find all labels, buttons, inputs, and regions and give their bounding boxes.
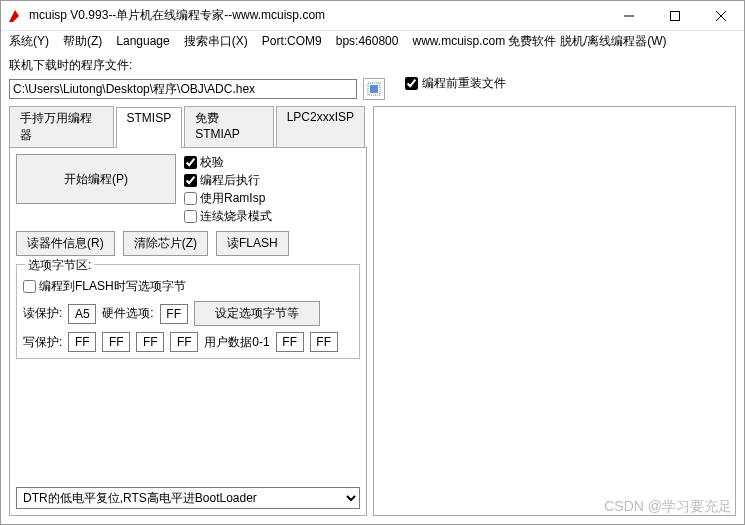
svg-rect-1 bbox=[671, 11, 680, 20]
verify-row[interactable]: 校验 bbox=[184, 154, 272, 171]
titlebar: mcuisp V0.993--单片机在线编程专家--www.mcuisp.com bbox=[1, 1, 744, 31]
app-window: mcuisp V0.993--单片机在线编程专家--www.mcuisp.com… bbox=[0, 0, 745, 525]
ramisp-checkbox[interactable] bbox=[184, 192, 197, 205]
tab-handheld[interactable]: 手持万用编程器 bbox=[9, 106, 114, 147]
ramisp-row[interactable]: 使用RamIsp bbox=[184, 190, 272, 207]
maximize-button[interactable] bbox=[652, 1, 698, 31]
file-section: 联机下载时的程序文件: 编程前重装文件 bbox=[1, 53, 744, 102]
wp3-input[interactable] bbox=[170, 332, 198, 352]
menu-site[interactable]: www.mcuisp.com 免费软件 脱机/离线编程器(W) bbox=[412, 33, 666, 50]
user-data-label: 用户数据0-1 bbox=[204, 334, 269, 351]
browse-button[interactable] bbox=[363, 78, 385, 100]
write-opt-row[interactable]: 编程到FLASH时写选项字节 bbox=[23, 278, 353, 295]
write-protect-label: 写保护: bbox=[23, 334, 62, 351]
menu-search-port[interactable]: 搜索串口(X) bbox=[184, 33, 248, 50]
menu-bps[interactable]: bps:460800 bbox=[336, 34, 399, 48]
minimize-button[interactable] bbox=[606, 1, 652, 31]
program-button[interactable]: 开始编程(P) bbox=[16, 154, 176, 204]
write-opt-checkbox[interactable] bbox=[23, 280, 36, 293]
close-button[interactable] bbox=[698, 1, 744, 31]
left-panel: 手持万用编程器 STMISP 免费STMIAP LPC2xxxISP 开始编程(… bbox=[9, 106, 367, 516]
wp2-input[interactable] bbox=[136, 332, 164, 352]
reset-mode-combo[interactable]: DTR的低电平复位,RTS高电平进BootLoader bbox=[16, 487, 360, 509]
run-after-row[interactable]: 编程后执行 bbox=[184, 172, 272, 189]
ud1-input[interactable] bbox=[310, 332, 338, 352]
continuous-checkbox[interactable] bbox=[184, 210, 197, 223]
tab-content: 开始编程(P) 校验 编程后执行 使用RamIsp 连续烧录模式 读器件信息(R… bbox=[9, 148, 367, 516]
reload-checkbox[interactable] bbox=[405, 77, 418, 90]
body-area: 手持万用编程器 STMISP 免费STMIAP LPC2xxxISP 开始编程(… bbox=[1, 102, 744, 524]
tab-stmisp[interactable]: STMISP bbox=[116, 107, 183, 148]
menu-system[interactable]: 系统(Y) bbox=[9, 33, 49, 50]
menu-port[interactable]: Port:COM9 bbox=[262, 34, 322, 48]
set-option-button[interactable]: 设定选项字节等 bbox=[194, 301, 320, 326]
hw-opt-input[interactable] bbox=[160, 304, 188, 324]
read-flash-button[interactable]: 读FLASH bbox=[216, 231, 289, 256]
continuous-row[interactable]: 连续烧录模式 bbox=[184, 208, 272, 225]
hw-opt-label: 硬件选项: bbox=[102, 305, 153, 322]
wp0-input[interactable] bbox=[68, 332, 96, 352]
wp1-input[interactable] bbox=[102, 332, 130, 352]
svg-rect-5 bbox=[370, 85, 378, 93]
tabs: 手持万用编程器 STMISP 免费STMIAP LPC2xxxISP bbox=[9, 106, 367, 148]
verify-checkbox[interactable] bbox=[184, 156, 197, 169]
read-protect-label: 读保护: bbox=[23, 305, 62, 322]
log-panel[interactable] bbox=[373, 106, 736, 516]
menu-help[interactable]: 帮助(Z) bbox=[63, 33, 102, 50]
run-after-checkbox[interactable] bbox=[184, 174, 197, 187]
tab-lpc[interactable]: LPC2xxxISP bbox=[276, 106, 365, 147]
reload-checkbox-row[interactable]: 编程前重装文件 bbox=[405, 75, 506, 92]
erase-button[interactable]: 清除芯片(Z) bbox=[123, 231, 208, 256]
reload-label: 编程前重装文件 bbox=[422, 75, 506, 92]
window-title: mcuisp V0.993--单片机在线编程专家--www.mcuisp.com bbox=[29, 7, 606, 24]
option-bytes-title: 选项字节区: bbox=[25, 257, 94, 274]
file-path-input[interactable] bbox=[9, 79, 357, 99]
option-bytes-group: 选项字节区: 编程到FLASH时写选项字节 读保护: 硬件选项: 设定选项字节等… bbox=[16, 264, 360, 359]
ud0-input[interactable] bbox=[276, 332, 304, 352]
menubar: 系统(Y) 帮助(Z) Language 搜索串口(X) Port:COM9 b… bbox=[1, 31, 744, 53]
app-icon bbox=[7, 8, 23, 24]
read-protect-input[interactable] bbox=[68, 304, 96, 324]
window-controls bbox=[606, 1, 744, 31]
file-label: 联机下载时的程序文件: bbox=[9, 57, 385, 74]
chip-info-button[interactable]: 读器件信息(R) bbox=[16, 231, 115, 256]
menu-language[interactable]: Language bbox=[116, 34, 169, 48]
tab-stmiap[interactable]: 免费STMIAP bbox=[184, 106, 273, 147]
